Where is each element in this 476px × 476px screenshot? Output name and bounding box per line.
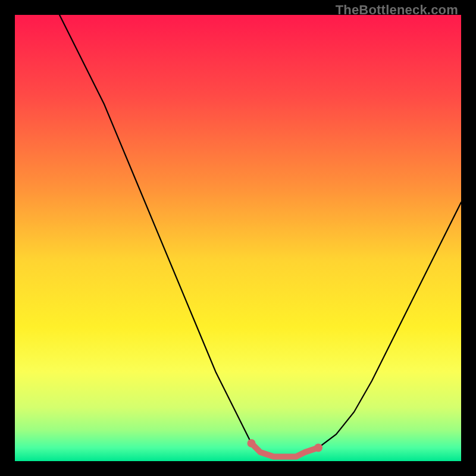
chart-frame: TheBottleneck.com	[0, 0, 476, 476]
gradient-background	[15, 15, 461, 461]
plot-area	[15, 15, 461, 461]
svg-rect-0	[15, 15, 461, 461]
